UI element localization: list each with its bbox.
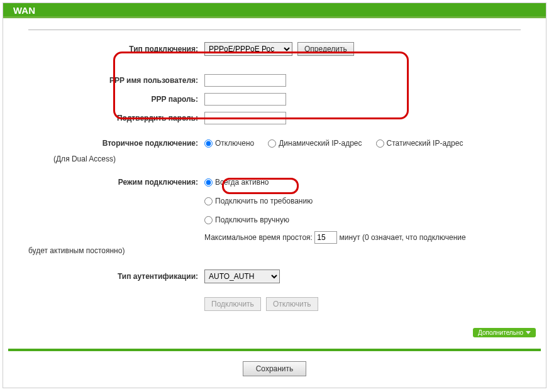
row-connection-mode: Режим подключения: Всегда активно (28, 175, 521, 190)
radio-secondary-dynamic[interactable]: Динамический IP-адрес (268, 139, 362, 148)
row-ppp-password: PPP пароль: (28, 92, 521, 107)
radio-secondary-static[interactable]: Статический IP-адрес (376, 139, 463, 148)
select-auth-type[interactable]: AUTO_AUTH (204, 270, 280, 283)
radio-text-secondary-disabled: Отключено (215, 139, 254, 148)
row-mode-ondemand: Подключить по требованию (28, 193, 521, 209)
radio-input-mode-always[interactable] (204, 178, 213, 187)
idle-suffix-b: будет активным постоянно) (28, 246, 521, 255)
row-connection-type: Тип подключения: PPPoE/PPPoE Рос Определ… (28, 41, 521, 57)
label-auth-type: Тип аутентификации: (28, 272, 204, 281)
separator-footer (8, 349, 541, 351)
idle-prefix: Максимальное время простоя: (204, 233, 313, 242)
label-connection-mode: Режим подключения: (28, 178, 204, 187)
page-title: WAN (3, 3, 546, 18)
radio-mode-manual[interactable]: Подключить вручную (204, 215, 289, 224)
radio-mode-always[interactable]: Всегда активно (204, 178, 269, 187)
disconnect-button[interactable]: Отключить (266, 297, 318, 311)
row-ppp-username: PPP имя пользователя: (28, 73, 521, 88)
radio-mode-ondemand[interactable]: Подключить по требованию (204, 197, 313, 205)
radio-input-mode-manual[interactable] (204, 216, 213, 224)
detect-button[interactable]: Определить (297, 42, 354, 56)
radio-text-mode-always: Всегда активно (215, 178, 269, 187)
label-secondary-connection: Вторичное подключение: (28, 139, 204, 148)
radio-input-secondary-disabled[interactable] (204, 139, 213, 148)
page-title-text: WAN (13, 5, 35, 16)
input-idle-time[interactable] (314, 231, 337, 244)
row-auth-type: Тип аутентификации: AUTO_AUTH (28, 269, 521, 284)
input-ppp-password[interactable] (204, 93, 286, 106)
radio-text-secondary-dynamic: Динамический IP-адрес (279, 139, 362, 148)
radio-input-secondary-dynamic[interactable] (268, 139, 276, 148)
separator-top (28, 30, 521, 30)
radio-input-secondary-static[interactable] (376, 139, 384, 148)
save-button[interactable]: Сохранить (243, 361, 307, 376)
note-dual-access: (Для Dual Access) (28, 155, 521, 163)
row-secondary-connection: Вторичное подключение: Отключено Динамич… (28, 136, 521, 151)
label-connection-type: Тип подключения: (28, 45, 204, 53)
advanced-toggle[interactable]: Дополнительно (473, 328, 536, 337)
radio-text-mode-ondemand: Подключить по требованию (215, 197, 313, 205)
footer: Сохранить (3, 361, 546, 376)
input-confirm-password[interactable] (204, 112, 286, 124)
row-mode-manual: Подключить вручную (28, 212, 521, 227)
row-confirm-password: Подтвердить пароль: (28, 111, 521, 126)
row-idle-time: Максимальное время простоя: минут (0 озн… (28, 231, 521, 244)
radio-secondary-disabled[interactable]: Отключено (204, 139, 254, 148)
connect-button[interactable]: Подключить (204, 297, 261, 311)
idle-suffix-a: минут (0 означает, что подключение (340, 233, 466, 242)
chevron-down-icon (526, 331, 531, 334)
input-ppp-username[interactable] (204, 74, 286, 87)
label-ppp-password: PPP пароль: (28, 95, 204, 104)
select-connection-type[interactable]: PPPoE/PPPoE Рос (204, 42, 292, 56)
advanced-label: Дополнительно (478, 329, 523, 336)
radio-text-mode-manual: Подключить вручную (215, 215, 289, 224)
radio-input-mode-ondemand[interactable] (204, 197, 213, 205)
label-confirm-password: Подтвердить пароль: (28, 114, 204, 122)
label-ppp-username: PPP имя пользователя: (28, 76, 204, 85)
row-connect-buttons: Подключить Отключить (28, 297, 521, 312)
radio-text-secondary-static: Статический IP-адрес (387, 139, 463, 148)
